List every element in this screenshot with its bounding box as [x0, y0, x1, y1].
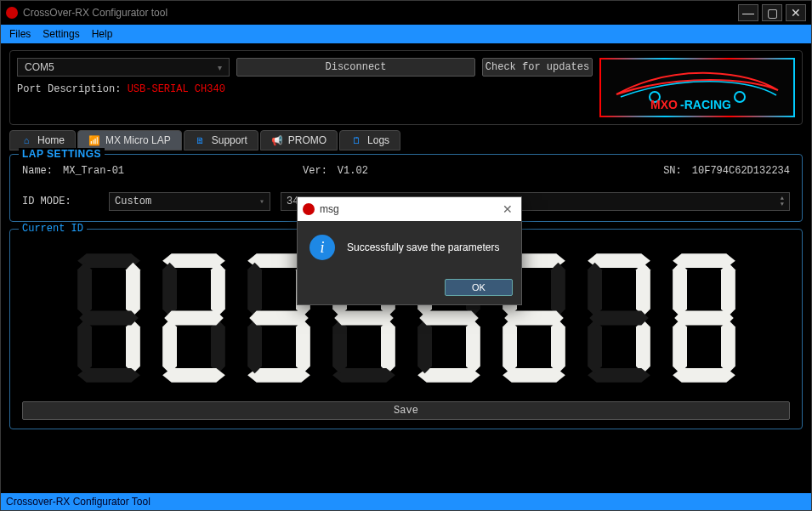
menubar: Files Settings Help: [1, 25, 811, 43]
minimize-button[interactable]: —: [738, 4, 758, 21]
idmode-value: Custom: [115, 196, 151, 207]
svg-marker-43: [503, 320, 517, 373]
svg-text:-RACING: -RACING: [680, 98, 731, 111]
dialog-message: Successfully save the parameters: [347, 241, 499, 253]
digit: [581, 250, 657, 386]
lap-settings-legend: LAP SETTINGS: [19, 148, 105, 160]
app-icon: [6, 7, 18, 19]
chevron-down-icon: ▾: [259, 196, 264, 207]
svg-marker-17: [164, 311, 223, 326]
menu-settings[interactable]: Settings: [37, 26, 84, 42]
window-title: CrossOver-RX Configurator tool: [23, 7, 738, 19]
svg-marker-24: [249, 311, 308, 326]
svg-marker-40: [551, 263, 565, 316]
statusbar: Crossover-RX Configurator Tool: [1, 493, 811, 510]
svg-marker-47: [636, 263, 650, 316]
promo-icon: 📢: [271, 134, 283, 146]
tab-support[interactable]: 🗎Support: [184, 130, 258, 150]
svg-marker-48: [636, 320, 650, 373]
svg-marker-23: [247, 263, 262, 316]
svg-text:MXO: MXO: [650, 98, 678, 111]
maximize-button[interactable]: ▢: [762, 4, 782, 21]
svg-marker-5: [126, 263, 140, 316]
message-dialog: msg ✕ i Successfully save the parameters…: [297, 196, 522, 305]
svg-marker-41: [551, 320, 565, 373]
status-text: Crossover-RX Configurator Tool: [6, 496, 150, 508]
svg-marker-29: [332, 320, 347, 373]
port-select-value: COM5: [25, 61, 54, 73]
svg-marker-16: [162, 263, 177, 316]
info-icon: i: [309, 235, 335, 260]
sn-value: 10F794C62D132234: [692, 165, 790, 177]
antenna-icon: 📶: [88, 134, 100, 146]
svg-marker-9: [77, 263, 92, 316]
close-icon: ✕: [791, 6, 801, 20]
brand-logo: MXO -RACING: [599, 58, 795, 117]
name-value: MX_Tran-01: [63, 165, 124, 177]
svg-marker-22: [247, 320, 262, 373]
idmode-label: ID MODE:: [22, 196, 99, 207]
dialog-app-icon: [303, 203, 315, 215]
svg-marker-20: [296, 320, 310, 373]
support-icon: 🗎: [195, 134, 207, 146]
port-description: Port Description: USB-SERIAL CH340: [17, 83, 593, 95]
sn-label: SN:: [663, 165, 682, 177]
disconnect-button[interactable]: Disconnect: [236, 58, 475, 77]
svg-marker-34: [466, 320, 480, 373]
name-label: Name:: [22, 165, 53, 177]
svg-marker-55: [721, 320, 735, 373]
svg-marker-59: [674, 311, 733, 326]
home-icon: ⌂: [20, 134, 32, 146]
menu-files[interactable]: Files: [4, 26, 36, 42]
dialog-ok-button[interactable]: OK: [445, 279, 513, 296]
tabbar: ⌂Home 📶MX Micro LAP 🗎Support 📢PROMO 🗒Log…: [9, 130, 803, 150]
dialog-title: msg: [320, 203, 494, 215]
svg-marker-50: [588, 320, 602, 373]
tab-logs[interactable]: 🗒Logs: [339, 130, 400, 150]
svg-marker-51: [588, 263, 602, 316]
svg-marker-54: [721, 263, 735, 316]
svg-marker-13: [211, 320, 225, 373]
svg-marker-15: [162, 320, 177, 373]
ver-label: Ver:: [303, 165, 327, 177]
minimize-icon: —: [742, 6, 754, 20]
close-icon: ✕: [503, 202, 513, 216]
svg-marker-8: [77, 320, 92, 373]
tab-promo[interactable]: 📢PROMO: [260, 130, 338, 150]
menu-help[interactable]: Help: [87, 26, 118, 42]
digit: [156, 250, 232, 386]
svg-marker-12: [211, 263, 225, 316]
svg-marker-58: [673, 263, 687, 316]
digit: [71, 250, 147, 386]
port-select[interactable]: COM5 ▾: [17, 58, 230, 77]
svg-marker-38: [419, 311, 478, 326]
svg-marker-31: [334, 311, 393, 326]
check-updates-button[interactable]: Check for updates: [482, 58, 593, 77]
svg-point-1: [735, 92, 745, 102]
titlebar: CrossOver-RX Configurator tool — ▢ ✕: [1, 1, 811, 25]
svg-marker-45: [504, 311, 563, 326]
svg-marker-10: [79, 311, 138, 326]
close-button[interactable]: ✕: [786, 4, 806, 21]
idmode-select[interactable]: Custom ▾: [109, 192, 270, 211]
svg-marker-6: [126, 320, 140, 373]
ver-value: V1.02: [338, 165, 368, 177]
dialog-close-button[interactable]: ✕: [499, 202, 516, 216]
svg-marker-57: [673, 320, 687, 373]
current-id-legend: Current ID: [19, 223, 87, 235]
chevron-down-icon: ▾: [218, 63, 222, 72]
svg-marker-52: [589, 311, 648, 326]
spinner-icon[interactable]: ▲▼: [781, 196, 784, 207]
digit: [666, 250, 742, 386]
svg-marker-27: [381, 320, 395, 373]
connection-panel: COM5 ▾ Disconnect Check for updates Port…: [9, 50, 803, 125]
maximize-icon: ▢: [767, 6, 778, 20]
save-button[interactable]: Save: [22, 401, 790, 420]
logs-icon: 🗒: [350, 134, 362, 146]
svg-marker-36: [417, 320, 432, 373]
